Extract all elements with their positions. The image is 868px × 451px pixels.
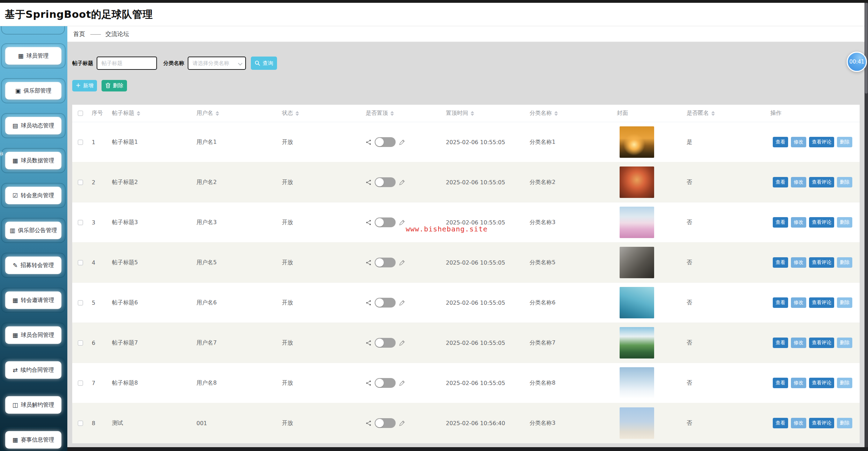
action-view-button[interactable]: 查看 — [773, 217, 788, 228]
action-edit-button[interactable]: 修改 — [791, 257, 806, 268]
sidebar-item-transfer-invite[interactable]: ▦转会邀请管理 — [5, 291, 61, 309]
action-delete-button[interactable]: 删除 — [837, 257, 852, 268]
action-delete-button[interactable]: 删除 — [837, 418, 852, 428]
sort-caret-icon[interactable] — [390, 111, 394, 116]
sidebar-item-transfer-intent[interactable]: ☑转会意向管理 — [5, 187, 61, 204]
action-view-comments-button[interactable]: 查看评论 — [809, 297, 834, 308]
edit-pencil-icon[interactable] — [399, 219, 405, 226]
action-edit-button[interactable]: 修改 — [791, 418, 806, 428]
row-checkbox[interactable] — [78, 140, 83, 145]
edit-pencil-icon[interactable] — [399, 179, 405, 186]
row-checkbox[interactable] — [78, 180, 83, 185]
pin-toggle[interactable] — [375, 378, 396, 388]
action-view-comments-button[interactable]: 查看评论 — [809, 378, 834, 388]
share-icon[interactable] — [366, 420, 372, 426]
cover-image[interactable] — [620, 407, 654, 439]
action-view-comments-button[interactable]: 查看评论 — [809, 177, 834, 187]
sidebar-item-renewal-contract[interactable]: ⇄续约合同管理 — [5, 361, 61, 379]
action-edit-button[interactable]: 修改 — [791, 338, 806, 348]
edit-pencil-icon[interactable] — [399, 420, 405, 427]
select-all-checkbox[interactable] — [78, 111, 83, 116]
sidebar-item-club-announcement[interactable]: ▥俱乐部公告管理 — [5, 222, 61, 239]
action-view-button[interactable]: 查看 — [773, 338, 788, 348]
pin-toggle[interactable] — [375, 418, 396, 428]
sidebar-item-player-termination[interactable]: ◫球员解约管理 — [5, 396, 61, 414]
action-delete-button[interactable]: 删除 — [837, 217, 852, 228]
column-header[interactable]: 状态 — [279, 110, 363, 117]
cover-image[interactable] — [620, 207, 654, 238]
column-header[interactable]: 是否匿名 — [684, 110, 768, 117]
edit-pencil-icon[interactable] — [399, 259, 405, 266]
share-icon[interactable] — [366, 380, 372, 386]
column-header[interactable]: 置顶时间 — [443, 110, 527, 117]
row-checkbox[interactable] — [78, 380, 83, 386]
post-title-input[interactable] — [97, 57, 157, 70]
row-checkbox[interactable] — [78, 220, 83, 225]
pin-toggle[interactable] — [375, 217, 396, 227]
sidebar-item-recruit-transfer[interactable]: ✎招募转会管理 — [5, 257, 61, 274]
cover-image[interactable] — [620, 287, 654, 318]
sidebar-item-player-dynamics[interactable]: ▤球员动态管理 — [5, 117, 61, 134]
row-checkbox[interactable] — [78, 340, 83, 346]
action-delete-button[interactable]: 删除 — [837, 338, 852, 348]
vertical-scrollbar[interactable] — [865, 3, 868, 451]
pin-toggle[interactable] — [375, 338, 396, 348]
cover-image[interactable] — [620, 367, 654, 399]
pin-toggle[interactable] — [375, 177, 396, 187]
sidebar-item-club-mgmt[interactable]: ▣俱乐部管理 — [5, 82, 61, 99]
column-header[interactable]: 帖子标题 — [109, 110, 194, 117]
action-edit-button[interactable]: 修改 — [791, 137, 806, 147]
breadcrumb-home[interactable]: 首页 — [73, 30, 85, 38]
edit-pencil-icon[interactable] — [399, 340, 405, 346]
sort-caret-icon[interactable] — [295, 111, 299, 116]
share-icon[interactable] — [366, 300, 372, 306]
column-header[interactable]: 用户名 — [194, 110, 279, 117]
action-view-button[interactable]: 查看 — [773, 177, 788, 187]
row-checkbox[interactable] — [78, 421, 83, 426]
cover-image[interactable] — [620, 247, 654, 278]
sort-caret-icon[interactable] — [471, 111, 474, 116]
sort-caret-icon[interactable] — [554, 111, 558, 116]
action-edit-button[interactable]: 修改 — [791, 217, 806, 228]
sort-caret-icon[interactable] — [137, 111, 140, 116]
share-icon[interactable] — [366, 139, 372, 145]
share-icon[interactable] — [366, 260, 372, 266]
action-view-button[interactable]: 查看 — [773, 137, 788, 147]
cover-image[interactable] — [620, 126, 654, 158]
action-view-comments-button[interactable]: 查看评论 — [809, 217, 834, 228]
sidebar-item-player-contract[interactable]: ▦球员合同管理 — [5, 326, 61, 344]
action-delete-button[interactable]: 删除 — [837, 177, 852, 187]
action-view-comments-button[interactable]: 查看评论 — [809, 257, 834, 268]
action-delete-button[interactable]: 删除 — [837, 378, 852, 388]
sort-caret-icon[interactable] — [711, 111, 715, 116]
pin-toggle[interactable] — [375, 258, 396, 267]
column-header[interactable]: 分类名称 — [527, 110, 614, 117]
action-view-button[interactable]: 查看 — [773, 257, 788, 268]
action-edit-button[interactable]: 修改 — [791, 177, 806, 187]
row-checkbox[interactable] — [78, 260, 83, 265]
cover-image[interactable] — [620, 327, 654, 358]
sidebar-item-player-data[interactable]: ▦球员数据管理 — [5, 152, 61, 169]
action-delete-button[interactable]: 删除 — [837, 137, 852, 147]
action-delete-button[interactable]: 删除 — [837, 297, 852, 308]
pin-toggle[interactable] — [375, 137, 396, 147]
sort-caret-icon[interactable] — [216, 111, 219, 116]
share-icon[interactable] — [366, 220, 372, 226]
share-icon[interactable] — [366, 179, 372, 185]
action-view-comments-button[interactable]: 查看评论 — [809, 338, 834, 348]
action-edit-button[interactable]: 修改 — [791, 378, 806, 388]
edit-pencil-icon[interactable] — [399, 300, 405, 306]
action-view-button[interactable]: 查看 — [773, 378, 788, 388]
category-select[interactable]: 请选择分类名称 — [188, 57, 246, 70]
action-view-comments-button[interactable]: 查看评论 — [809, 418, 834, 428]
timer-badge[interactable]: 00:41 — [847, 52, 867, 72]
action-view-button[interactable]: 查看 — [773, 418, 788, 428]
delete-button[interactable]: 删除 — [102, 80, 127, 91]
action-edit-button[interactable]: 修改 — [791, 297, 806, 308]
sidebar-item-player-mgmt[interactable]: ▦球员管理 — [5, 47, 61, 65]
edit-pencil-icon[interactable] — [399, 139, 405, 146]
action-view-button[interactable]: 查看 — [773, 297, 788, 308]
column-header[interactable]: 是否置顶 — [363, 110, 443, 117]
sidebar-item-event-info[interactable]: ▦赛事信息管理 — [5, 431, 61, 449]
scrollbar-thumb[interactable] — [865, 3, 868, 94]
